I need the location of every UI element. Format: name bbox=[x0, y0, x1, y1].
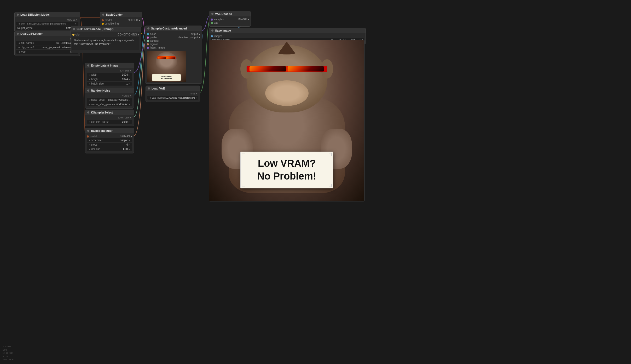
node-title: DualCLIPLoader bbox=[20, 32, 43, 35]
status-n: N: 12 (12) bbox=[3, 351, 14, 355]
sampler-name-field[interactable]: ◄ sampler_name euler ► bbox=[87, 120, 132, 124]
output-label: LATENT ● bbox=[87, 69, 132, 72]
node-header: VAE Decode bbox=[209, 11, 251, 16]
node-title: RandomNoise bbox=[91, 89, 110, 92]
thumbnail-preview: Low VRAM? No Problem! bbox=[147, 51, 186, 82]
latent-port-row: latent_image bbox=[147, 46, 200, 49]
sigmas-port-row: sigmas bbox=[147, 43, 200, 46]
node-title: SamplerCustomAdvanced bbox=[151, 27, 187, 30]
node-body: model SIGMAS ● ◄ scheduler simple ► ◄ st… bbox=[85, 133, 134, 153]
output-label: SAMPLER ● bbox=[87, 116, 132, 119]
basic-scheduler-node: BasicScheduler model SIGMAS ● ◄ schedule… bbox=[85, 128, 134, 153]
status-bar: T: 0.005 E: 0 N: 12 (12) F: 24 FPS: 58.8… bbox=[3, 345, 14, 361]
load-vae-node: Load VAE VAE ● ◄ vae_name FLUX1/flux1_va… bbox=[146, 86, 200, 102]
node-body: MODEL ● ◄ unet_n..flMX1/flux1-schnell-fp… bbox=[15, 17, 80, 32]
node-body: model GUIDER ● conditioning bbox=[100, 17, 142, 27]
node-status-dot bbox=[87, 64, 89, 67]
vae-input-dot bbox=[211, 22, 213, 24]
node-title: Load Diffusion Model bbox=[20, 13, 50, 16]
node-header: Load VAE bbox=[146, 86, 200, 91]
node-header: DualCLIPLoader bbox=[15, 31, 80, 36]
port-row: model GUIDER ● bbox=[102, 19, 140, 22]
clip-input-dot bbox=[72, 34, 74, 36]
model-input-dot bbox=[102, 19, 104, 21]
node-header: BasicScheduler bbox=[85, 128, 134, 133]
node-title: Load VAE bbox=[152, 87, 165, 90]
samples-port-row: samples IMAGE ● bbox=[211, 18, 249, 21]
basic-guider-node: BasicGuider model GUIDER ● conditioning bbox=[100, 12, 142, 27]
height-field[interactable]: ◄ height 1024 ► bbox=[87, 77, 132, 81]
output-label: MODEL ● bbox=[16, 18, 78, 21]
output-label: NOISE ● bbox=[87, 94, 132, 97]
node-header: Empty Latent Image bbox=[85, 63, 134, 68]
steps-field[interactable]: ◄ steps 4 ► bbox=[87, 143, 132, 147]
status-e: E: 0 bbox=[3, 348, 14, 352]
node-status-dot bbox=[148, 87, 150, 89]
guider-input-dot bbox=[147, 37, 149, 39]
noise-input-dot bbox=[147, 33, 149, 35]
unet-field[interactable]: ◄ unet_n..flMX1/flux1-schnell-fp8.safete… bbox=[16, 22, 78, 26]
vae-decode-node: VAE Decode samples IMAGE ● vae bbox=[209, 11, 251, 27]
node-header: Load Diffusion Model bbox=[15, 12, 80, 17]
scheduler-field[interactable]: ◄ scheduler simple ► bbox=[87, 138, 132, 142]
images-port-row: images bbox=[211, 35, 364, 38]
node-body: VAE ● ◄ vae_name FLUX1/flux1_vae.safeten… bbox=[146, 91, 200, 102]
node-status-dot bbox=[102, 14, 104, 16]
node-body: NOISE ● ◄ noise_seed 838149777786066 ► ◄… bbox=[85, 93, 134, 108]
type-field[interactable]: ◄ type flux ► bbox=[16, 50, 78, 54]
vae-name-field[interactable]: ◄ vae_name FLUX1/flux1_vae.safetensors ► bbox=[147, 96, 198, 100]
images-input-dot bbox=[211, 35, 213, 37]
node-body: noise output ● guider denoised_output ● … bbox=[145, 31, 202, 83]
ksampler-select-node: KSamplerSelect SAMPLER ● ◄ sampler_name … bbox=[85, 110, 134, 126]
node-body: clip CONDITIONING ● Badass monkey with s… bbox=[71, 32, 141, 53]
control-after-field[interactable]: ◄ control_after_generate randomize ► bbox=[87, 102, 132, 106]
empty-latent-image-node: Empty Latent Image LATENT ● ◄ width 1024… bbox=[85, 63, 134, 88]
node-body: samples IMAGE ● vae bbox=[209, 16, 251, 26]
random-noise-node: RandomNoise NOISE ● ◄ noise_seed 8381497… bbox=[85, 88, 134, 109]
clip-name2-field[interactable]: ◄ clip_name2 t5xxl_fp8_e4m3fn.safetensor… bbox=[16, 45, 78, 49]
status-fps: FPS: 58.82 bbox=[3, 358, 14, 361]
node-header: SamplerCustomAdvanced bbox=[145, 26, 202, 31]
node-header: KSamplerSelect bbox=[85, 110, 134, 115]
node-status-dot bbox=[211, 13, 213, 15]
main-sign: Low VRAM? No Problem! bbox=[240, 152, 333, 188]
node-body: LATENT ● ◄ width 1024 ► ◄ height 1024 ► … bbox=[85, 68, 134, 88]
weight-dtype-field[interactable]: weight_dtype default ► bbox=[16, 26, 78, 30]
node-status-dot bbox=[17, 14, 19, 16]
main-output-image: Low VRAM? No Problem! bbox=[209, 40, 364, 201]
clip-name1-field[interactable]: ◄ clip_name1 clip_l.safetensors ► bbox=[16, 41, 78, 45]
node-header: RandomNoise bbox=[85, 88, 134, 93]
vae-port-row: vae bbox=[211, 21, 249, 24]
sampler-input-dot bbox=[147, 40, 149, 42]
guider-port-row: guider denoised_output ● bbox=[147, 36, 200, 39]
denoise-field[interactable]: ◄ denoise 1.00 ► bbox=[87, 147, 132, 151]
node-status-dot bbox=[87, 89, 89, 92]
prompt-textarea[interactable]: Badass monkey with sunglasses holding a … bbox=[72, 37, 139, 50]
batch-size-field[interactable]: ◄ batch_size 1 ► bbox=[87, 82, 132, 86]
node-header: BasicGuider bbox=[100, 12, 142, 17]
noise-seed-field[interactable]: ◄ noise_seed 838149777786066 ► bbox=[87, 98, 132, 102]
node-title: Empty Latent Image bbox=[91, 64, 118, 67]
node-body: CLIP ● ◄ clip_name1 clip_l.safetensors ►… bbox=[15, 36, 80, 56]
port-row: model SIGMAS ● bbox=[87, 135, 132, 138]
output-label: CLIP ● bbox=[16, 37, 78, 40]
sigmas-input-dot bbox=[147, 43, 149, 45]
status-f: F: 24 bbox=[3, 355, 14, 358]
sampler-port-row: sampler bbox=[147, 39, 200, 42]
conditioning-input-dot bbox=[102, 23, 104, 25]
output-label: VAE ● bbox=[147, 92, 198, 95]
node-status-dot bbox=[73, 28, 75, 30]
node-title: Save Image bbox=[215, 29, 231, 32]
node-title: VAE Decode bbox=[215, 12, 232, 15]
node-title: BasicScheduler bbox=[91, 129, 113, 132]
noise-port-row: noise output ● bbox=[147, 33, 200, 35]
node-status-dot bbox=[147, 27, 149, 29]
node-title: CLIP Text Encode (Prompt) bbox=[77, 27, 113, 31]
node-title: BasicGuider bbox=[106, 13, 123, 16]
width-field[interactable]: ◄ width 1024 ► bbox=[87, 73, 132, 77]
node-body: SAMPLER ● ◄ sampler_name euler ► bbox=[85, 115, 134, 126]
node-status-dot bbox=[87, 111, 89, 114]
port-row: conditioning bbox=[102, 22, 140, 25]
clip-text-encode-node: CLIP Text Encode (Prompt) clip CONDITION… bbox=[71, 26, 141, 53]
model-input-dot bbox=[87, 135, 89, 138]
